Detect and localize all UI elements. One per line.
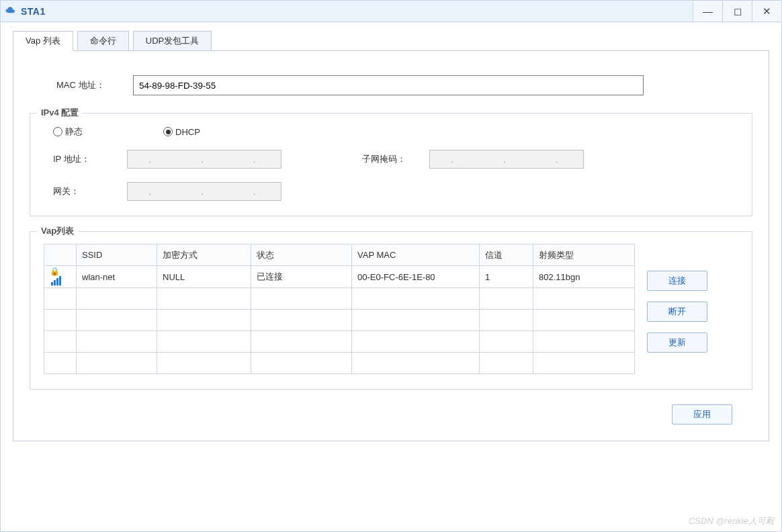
cell-mac: 00-E0-FC-6E-1E-80 [352,266,480,288]
radio-dhcp-label: DHCP [175,127,200,137]
lock-icon: 🔒 [50,267,60,276]
minimize-button[interactable]: — [693,1,722,21]
maximize-button[interactable]: ◻ [722,1,752,21]
tab-cli[interactable]: 命令行 [77,31,129,51]
table-row[interactable] [44,288,635,310]
col-icon [44,245,77,266]
titlebar-left: STA1 [5,5,46,17]
vap-side-buttons: 连接 断开 更新 [647,271,707,353]
titlebar: STA1 — ◻ ✕ [1,1,781,22]
cell-rf: 802.11bgn [533,266,635,288]
vap-table: SSID 加密方式 状态 VAP MAC 信道 射频类型 🔒wlan-netNU… [44,244,635,374]
mac-row: MAC 地址： [30,63,752,113]
ip-grid: IP 地址： 子网掩码： 网关： [49,150,733,201]
ip-address-label: IP 地址： [53,153,127,165]
window-title: STA1 [21,6,46,17]
vap-table-body: 🔒wlan-netNULL已连接00-E0-FC-6E-1E-801802.11… [44,266,635,374]
tab-udp-tool[interactable]: UDP发包工具 [133,31,212,51]
cell-status: 已连接 [251,266,352,288]
apply-row: 应用 [30,390,752,425]
radio-dhcp[interactable]: DHCP [163,127,200,137]
radio-static-label: 静态 [65,126,83,138]
watermark: CSDN @renkie人可毅 [689,515,775,527]
table-row[interactable] [44,353,635,374]
cell-ssid: wlan-net [77,266,157,288]
window-body: Vap 列表 命令行 UDP发包工具 MAC 地址： IPv4 配置 静态 [1,22,781,453]
ipv4-fieldset: IPv4 配置 静态 DHCP IP 地址： 子网掩码： [30,113,752,216]
col-vap-mac: VAP MAC [352,245,480,266]
disconnect-button[interactable]: 断开 [647,302,707,322]
ip-address-input[interactable] [127,150,281,169]
window-buttons: — ◻ ✕ [693,1,781,21]
row-icon-cell: 🔒 [44,266,77,288]
radio-dhcp-circle [163,127,173,136]
gateway-input[interactable] [127,182,281,201]
vap-list-section: Vap列表 SSID 加密方式 状态 VAP MAC 信道 射频类型 [30,231,752,390]
mac-input[interactable] [133,75,644,95]
table-row[interactable]: 🔒wlan-netNULL已连接00-E0-FC-6E-1E-801802.11… [44,266,635,288]
gateway-label: 网关： [53,185,127,197]
subnet-mask-label: 子网掩码： [362,153,429,165]
col-status: 状态 [251,245,352,266]
table-row[interactable] [44,331,635,353]
tab-bar: Vap 列表 命令行 UDP发包工具 [13,30,769,50]
col-channel: 信道 [480,245,533,266]
signal-icon [51,276,61,285]
refresh-button[interactable]: 更新 [647,332,707,353]
ipv4-legend: IPv4 配置 [37,107,83,119]
cell-channel: 1 [480,266,533,288]
main-panel: MAC 地址： IPv4 配置 静态 DHCP IP 地 [13,50,769,441]
tab-vap-list[interactable]: Vap 列表 [13,31,73,51]
vap-list-legend: Vap列表 [37,225,78,237]
apply-button[interactable]: 应用 [672,404,732,425]
vap-body: SSID 加密方式 状态 VAP MAC 信道 射频类型 🔒wlan-netNU… [44,244,738,374]
ipv4-mode-radios: 静态 DHCP [49,126,733,138]
radio-static-circle [53,127,62,136]
col-enc: 加密方式 [157,245,251,266]
table-row[interactable] [44,310,635,331]
cell-enc: NULL [157,266,251,288]
connect-button[interactable]: 连接 [647,271,707,291]
app-window: STA1 — ◻ ✕ Vap 列表 命令行 UDP发包工具 MAC 地址： IP… [0,0,782,532]
subnet-mask-input[interactable] [429,150,584,169]
col-rf: 射频类型 [533,245,635,266]
app-icon [5,5,17,17]
radio-static[interactable]: 静态 [53,126,83,138]
vap-table-head: SSID 加密方式 状态 VAP MAC 信道 射频类型 [44,245,635,266]
close-button[interactable]: ✕ [752,1,781,21]
mac-label: MAC 地址： [56,79,117,91]
col-ssid: SSID [77,245,157,266]
